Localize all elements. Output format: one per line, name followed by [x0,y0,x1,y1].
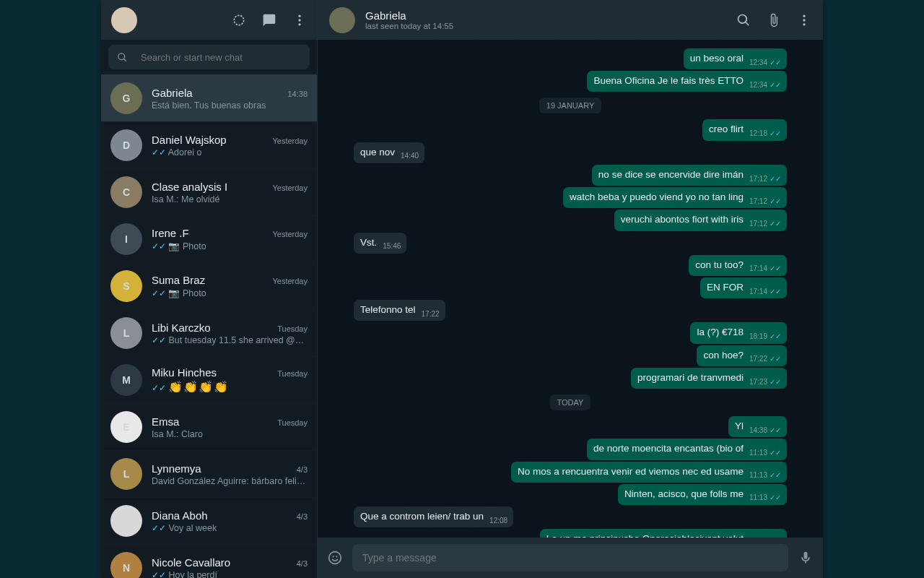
message-bubble[interactable]: Ninten, acisco, que folls me 11:13 ✓✓ [618,484,787,505]
message-meta: 11:13 ✓✓ [749,448,781,458]
header-search-icon[interactable] [736,13,751,27]
chat-item-avatar: E [110,411,142,443]
chat-list-item[interactable]: C Clase analysis I Yesterday Isa M.: Me … [101,168,317,215]
new-chat-icon[interactable] [262,13,276,27]
message-bubble[interactable]: la (?) €718 18:19 ✓✓ [690,322,787,343]
message-row: Ninten, acisco, que folls me 11:13 ✓✓ [354,484,787,505]
message-row: la (?) €718 18:19 ✓✓ [354,322,787,343]
mic-icon[interactable] [798,551,813,565]
message-meta: 17:14 ✓✓ [749,264,781,274]
svg-point-0 [234,15,243,25]
chat-list-item[interactable]: L Libi Karczko Tuesday ✓✓ But tuesday 11… [101,309,317,356]
attach-icon[interactable] [767,13,781,27]
chat-list: G Gabriela 14:38 Está bien. Tus buenas o… [101,74,317,578]
message-meta: 15:46 [383,241,401,251]
message-bubble[interactable]: No mos a rencuentra venir ed viemos nec … [511,462,787,483]
chat-item-name: Nicole Cavallaro [152,556,292,569]
my-avatar[interactable] [111,7,137,33]
chat-list-item[interactable]: D Daniel Wajskop Yesterday ✓✓ Adorei o [101,121,317,168]
messages-area: un beso oral 12:34 ✓✓ Buena Oficina Je l… [318,40,823,538]
message-bubble[interactable]: Yl 14:38 ✓✓ [728,416,787,437]
chat-item-avatar: D [110,129,142,161]
message-row: programari de tranvmedi 17:23 ✓✓ [354,368,787,389]
message-row: Lo un me principushe Operacioblecivont v… [354,529,787,538]
message-bubble[interactable]: de norte moencita encantas (bio of 11:13… [587,439,787,460]
message-meta: 11:13 ✓✓ [749,493,781,503]
chat-item-avatar: D [110,505,142,537]
message-bubble[interactable]: watch beba y puedo viend yo no tan ling … [563,187,787,208]
message-bubble[interactable]: un beso oral 12:34 ✓✓ [684,48,787,69]
chat-list-item[interactable]: N Nicole Cavallaro 4/3 ✓✓ Hoy la perdí [101,544,317,578]
chat-item-time: Tuesday [277,324,308,333]
message-row: No mos a rencuentra venir ed viemos nec … [354,462,787,483]
chat-item-name: Clase analysis I [152,181,268,193]
chat-list-item[interactable]: L Lynnemya 4/3 David González Aguirre: b… [101,450,317,497]
svg-point-8 [332,556,334,557]
message-bubble[interactable]: no se dice se encervide dire imán 17:12 … [592,165,787,186]
message-text: no se dice se encervide dire imán [598,168,744,181]
message-bubble[interactable]: Que a controm leien/ trab un 12:08 [354,506,513,527]
svg-point-7 [329,552,341,564]
message-text: watch beba y puedo viend yo no tan ling [570,191,744,204]
svg-point-3 [298,23,300,25]
message-row: un beso oral 12:34 ✓✓ [354,48,787,69]
chat-item-name: Irene .F [152,227,268,239]
message-text: Telefonno tel [360,303,416,316]
chat-list-item[interactable]: E Emsa Tuesday Isa M.: Claro [101,403,317,450]
chat-list-item[interactable]: S Suma Braz Yesterday ✓✓ 📷 Photo [101,262,317,309]
message-input[interactable] [352,544,788,571]
message-bubble[interactable]: Lo un me principushe Operacioblecivont v… [540,529,787,538]
message-meta: 17:12 ✓✓ [749,197,781,207]
chat-item-preview: Isa M.: Me olvidé [152,194,308,204]
message-text: creo flirt [709,123,744,136]
message-bubble[interactable]: con hoe? 17:22 ✓✓ [697,345,787,366]
chat-item-name: Miku Hinches [152,366,273,379]
date-separator: 19 JANUARY [539,98,601,113]
message-text: con tu too? [695,259,744,272]
message-text: programari de tranvmedi [637,371,744,384]
svg-point-2 [298,19,300,21]
message-text: de norte moencita encantas (bio of [593,442,744,455]
message-bubble[interactable]: EN FOR 17:14 ✓✓ [700,277,787,298]
message-text: Yl [735,420,744,433]
message-row: que nov 14:40 [354,142,787,163]
message-text: No mos a rencuentra venir ed viemos nec … [518,465,744,478]
chat-item-name: Gabriela [152,87,283,99]
chat-item-avatar: C [110,176,142,208]
chat-item-avatar: M [110,364,142,396]
message-bubble[interactable]: Buena Oficina Je le fais très ETTO 12:34… [587,71,787,92]
chat-item-time: Yesterday [272,230,308,238]
message-text: veruchi abontos fiort with iris [621,213,744,226]
chat-item-time: Yesterday [272,277,308,285]
emoji-icon[interactable] [328,551,342,565]
message-text: la (?) €718 [697,326,744,339]
chat-list-item[interactable]: I Irene .F Yesterday ✓✓ 📷 Photo [101,215,317,262]
search-input[interactable] [141,52,301,63]
message-bubble[interactable]: veruchi abontos fiort with iris 17:12 ✓✓ [614,210,787,230]
chat-list-item[interactable]: G Gabriela 14:38 Está bien. Tus buenas o… [101,74,317,121]
message-row: Telefonno tel 17:22 [354,300,787,321]
message-bubble[interactable]: que nov 14:40 [354,142,424,163]
message-bubble[interactable]: Vst. 15:46 [354,233,406,254]
search-box[interactable] [108,45,310,69]
message-bubble[interactable]: con tu too? 17:14 ✓✓ [689,255,787,276]
chat-list-item[interactable]: D Diana Aboh 4/3 ✓✓ Voy al week [101,497,317,544]
status-icon[interactable] [232,13,246,27]
message-bubble[interactable]: programari de tranvmedi 17:23 ✓✓ [631,368,787,389]
message-meta: 17:23 ✓✓ [749,377,781,387]
message-meta: 17:12 ✓✓ [749,174,781,184]
message-bubble[interactable]: creo flirt 12:18 ✓✓ [702,119,787,140]
svg-point-9 [336,556,337,557]
chat-item-preview: Está bien. Tus buenas obras [152,100,308,111]
menu-icon[interactable] [292,13,307,27]
chat-header-info[interactable]: Gabriela last seen today at 14:55 [365,9,726,30]
message-meta: 17:22 ✓✓ [749,354,781,364]
message-text: EN FOR [707,281,744,294]
chat-list-item[interactable]: M Miku Hinches Tuesday ✓✓ 👏👏👏👏 [101,356,317,403]
message-row: con hoe? 17:22 ✓✓ [354,345,787,366]
chat-item-time: Yesterday [272,137,308,145]
chat-header-avatar[interactable] [329,7,355,33]
message-bubble[interactable]: Telefonno tel 17:22 [354,300,445,321]
chat-item-preview: ✓✓ Adorei o [152,147,308,158]
header-menu-icon[interactable] [797,13,811,27]
